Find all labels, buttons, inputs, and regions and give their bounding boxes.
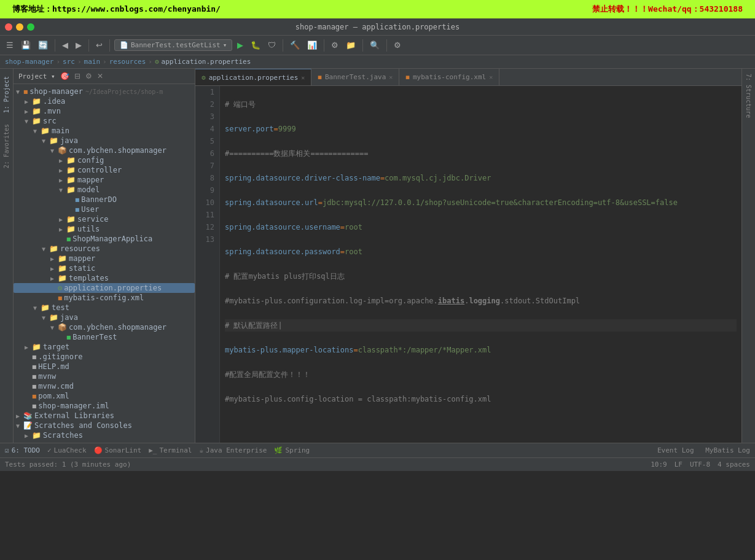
sidebar-close-btn[interactable]: ✕ (96, 71, 104, 81)
tree-item-user[interactable]: ▶ ◼ User (14, 204, 195, 214)
status-encoding[interactable]: UTF-8 (690, 461, 710, 469)
tree-item-scratches[interactable]: ▶ 📁 Scratches (14, 430, 195, 440)
tab-favorites[interactable]: 2: Favorites (1, 119, 12, 173)
tree-item-shop-manager[interactable]: ▼ ◼ shop-manager ~/IdeaProjects/shop-m (14, 87, 195, 96)
tree-item-main[interactable]: ▼ 📁 main (14, 126, 195, 136)
tree-item-test-java[interactable]: ▼ 📁 java (14, 313, 195, 322)
toolbar-menu-btn[interactable]: ☰ (4, 39, 16, 51)
tool-terminal[interactable]: ▶_ Terminal (149, 446, 192, 454)
code-line-10: # 默认配置路径| (225, 319, 737, 332)
tree-item-static[interactable]: ▶ 📁 static (14, 263, 195, 273)
profile-button[interactable]: 📊 (305, 39, 319, 51)
tree-item-resources-mapper[interactable]: ▶ 📁 mapper (14, 254, 195, 263)
tree-item-application-properties[interactable]: ▶ ⚙ application.properties (14, 283, 195, 293)
tree-item-test-package[interactable]: ▼ 📦 com.ybchen.shopmanager (14, 322, 195, 332)
tree-item-mvn[interactable]: ▶ 📁 .mvn (14, 106, 195, 116)
event-log-link[interactable]: Event Log (657, 446, 694, 454)
window-title: shop-manager – application.properties (295, 23, 460, 31)
tab-application-properties[interactable]: ⚙ application.properties ✕ (195, 69, 311, 85)
run-config-selector[interactable]: 📄 BannerTest.testGetList ▾ (114, 39, 232, 51)
build-button[interactable]: 🔨 (288, 39, 302, 51)
sidebar-locate-btn[interactable]: 🎯 (59, 71, 71, 81)
toolbar-forward-btn[interactable]: ▶ (73, 39, 84, 51)
tab-bannertest[interactable]: ◼ BannerTest.java ✕ (311, 69, 399, 85)
tree-item-templates[interactable]: ▶ 📁 templates (14, 273, 195, 283)
tree-item-scratches-consoles[interactable]: ▼ 📝 Scratches and Consoles (14, 421, 195, 430)
breadcrumb-item-file[interactable]: application.properties (162, 58, 251, 66)
status-position[interactable]: 10:9 (651, 461, 667, 469)
search-everywhere-btn[interactable]: 🔍 (367, 39, 382, 51)
tree-item-helpmd[interactable]: ▶ ◼ HELP.md (14, 362, 195, 371)
folder-icon: 📁 (66, 156, 76, 165)
toolbar-sep-4 (283, 39, 283, 52)
breadcrumb-item-3[interactable]: resources (109, 58, 146, 66)
run-button[interactable]: ▶ (235, 39, 246, 51)
tree-item-bannertest[interactable]: ▶ ◼ BannerTest (14, 332, 195, 342)
tree-item-idea[interactable]: ▶ 📁 .idea (14, 96, 195, 106)
tree-item-bannerdo[interactable]: ▶ ◼ BannerDO (14, 195, 195, 204)
tree-item-mybatis-config[interactable]: ▶ ◼ mybatis-config.xml (14, 293, 195, 303)
breadcrumb-item-2[interactable]: main (84, 58, 101, 66)
tree-item-package[interactable]: ▼ 📦 com.ybchen.shopmanager (14, 146, 195, 155)
tree-item-target[interactable]: ▶ 📁 target (14, 342, 195, 352)
sdk-manager-btn[interactable]: ⚙ (329, 39, 341, 51)
tree-item-utils[interactable]: ▶ 📁 utils (14, 224, 195, 234)
tab-mybatis-config[interactable]: ◼ mybatis-config.xml ✕ (399, 69, 499, 85)
tree-label: com.ybchen.shopmanager (69, 323, 166, 332)
toolbar-revert-btn[interactable]: ↩ (93, 39, 105, 51)
tree-item-shopmanagerapp[interactable]: ▶ ◼ ShopManagerApplica (14, 234, 195, 244)
tab-close-btn[interactable]: ✕ (301, 74, 305, 81)
tree-item-extlibs[interactable]: ▶ 📚 External Libraries (14, 411, 195, 421)
status-indent[interactable]: 4 spaces (718, 461, 750, 469)
tab-close-btn[interactable]: ✕ (389, 74, 393, 80)
project-structure-btn[interactable]: 📁 (343, 39, 358, 51)
tree-item-test[interactable]: ▼ 📁 test (14, 303, 195, 313)
tab-icon-xml: ◼ (405, 73, 410, 81)
tree-item-java[interactable]: ▼ 📁 java (14, 136, 195, 146)
tree-item-service[interactable]: ▶ 📁 service (14, 214, 195, 224)
code-content[interactable]: # 端口号 server.port=9999 #==========数据库相关=… (220, 86, 741, 443)
code-editor[interactable]: 12345 678910 111213 # 端口号 server.port=99… (195, 86, 741, 443)
tree-item-config[interactable]: ▶ 📁 config (14, 155, 195, 165)
folder-icon: 📁 (32, 117, 41, 125)
tree-item-src[interactable]: ▼ 📁 src (14, 116, 195, 126)
tree-item-mvnw[interactable]: ▶ ◼ mvnw (14, 371, 195, 381)
tree-item-mvnw-cmd[interactable]: ▶ ◼ mvnw.cmd (14, 381, 195, 391)
sonarlint-icon: 🔴 (94, 446, 103, 454)
tree-item-controller[interactable]: ▶ 📁 controller (14, 165, 195, 175)
tree-item-iml[interactable]: ▶ ◼ shop-manager.iml (14, 401, 195, 411)
tool-luacheck[interactable]: ✓ LuaCheck (47, 446, 87, 454)
toolbar-save-btn[interactable]: 💾 (18, 39, 33, 51)
tree-item-pomxml[interactable]: ▶ ◼ pom.xml (14, 391, 195, 401)
breadcrumb-item-0[interactable]: shop-manager (5, 58, 53, 66)
tool-todo[interactable]: ☑ 6: TODO (5, 446, 40, 454)
tree-item-model[interactable]: ▼ 📁 model (14, 185, 195, 195)
coverage-button[interactable]: 🛡 (265, 39, 278, 51)
tree-item-gitignore[interactable]: ▶ ◼ .gitignore (14, 352, 195, 362)
tree-item-resources[interactable]: ▼ 📁 resources (14, 244, 195, 254)
tree-label: Scratches (43, 431, 83, 440)
close-button[interactable] (5, 23, 12, 31)
mybatis-log-link[interactable]: MyBatis Log (705, 446, 750, 454)
tool-spring[interactable]: 🌿 Spring (274, 446, 310, 454)
tool-java-enterprise[interactable]: ☕ Java Enterprise (199, 446, 267, 454)
tree-label: test (52, 303, 69, 312)
settings-btn[interactable]: ⚙ (391, 39, 404, 51)
tab-structure[interactable]: 7: Structure (744, 71, 753, 120)
tab-close-btn[interactable]: ✕ (489, 74, 493, 80)
tree-path: ~/IdeaProjects/shop-m (85, 88, 163, 95)
status-lf[interactable]: LF (675, 461, 683, 469)
sidebar-settings-btn[interactable]: ⚙ (84, 71, 93, 81)
arrow-icon: ▶ (25, 432, 31, 439)
debug-button[interactable]: 🐛 (248, 39, 263, 51)
tab-project[interactable]: 1: Project (1, 71, 12, 118)
maximize-button[interactable] (27, 23, 34, 31)
tree-item-mapper[interactable]: ▶ 📁 mapper (14, 175, 195, 185)
minimize-button[interactable] (16, 23, 23, 31)
toolbar-sync-btn[interactable]: 🔄 (36, 39, 50, 51)
tab-icon-props: ⚙ (201, 74, 206, 82)
toolbar-back-btn[interactable]: ◀ (60, 39, 71, 51)
tool-sonarlint[interactable]: 🔴 SonarLint (94, 446, 142, 454)
sidebar-collapse-btn[interactable]: ⊟ (73, 71, 82, 81)
breadcrumb-item-1[interactable]: src (63, 58, 75, 66)
